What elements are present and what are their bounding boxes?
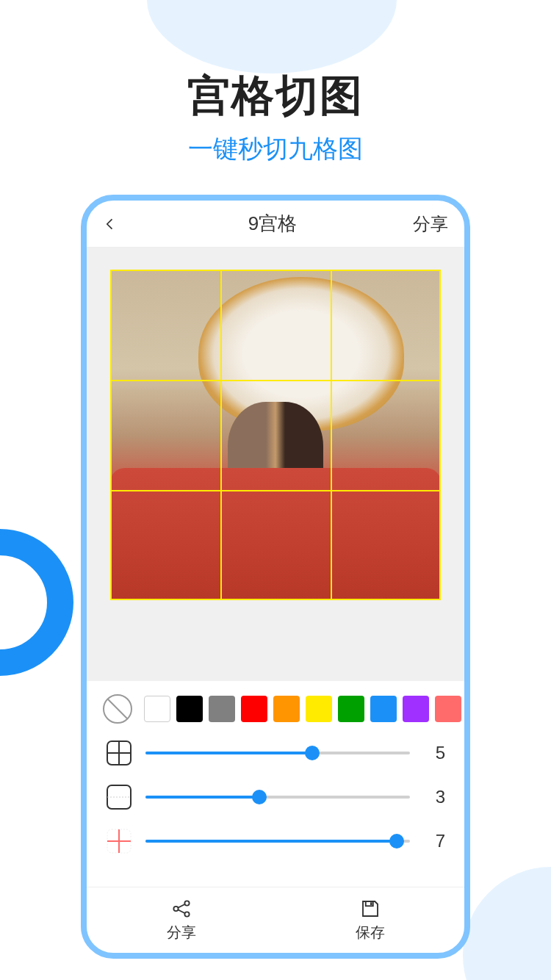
share-icon: [170, 898, 192, 920]
gap-slider[interactable]: [145, 840, 410, 843]
border-slider-row: 3: [87, 775, 464, 819]
color-swatch-black[interactable]: [176, 696, 203, 722]
grid-slider-row: 5: [87, 731, 464, 775]
save-button[interactable]: 保存: [276, 887, 464, 953]
color-swatch-orange[interactable]: [273, 696, 300, 722]
save-label: 保存: [356, 923, 385, 943]
color-swatch-green[interactable]: [338, 696, 364, 722]
gap-slider-row: 7: [87, 819, 464, 863]
color-swatch-purple[interactable]: [403, 696, 429, 722]
color-none-button[interactable]: [103, 694, 132, 724]
main-title: 宫格切图: [0, 68, 551, 125]
share-label: 分享: [167, 923, 196, 943]
phone-frame: 9宫格 分享: [81, 195, 470, 959]
border-slider-value: 3: [423, 787, 445, 807]
color-swatch-coral[interactable]: [435, 696, 461, 722]
preview-area: [87, 248, 464, 681]
preview-photo: [110, 270, 441, 600]
svg-line-11: [178, 904, 185, 908]
nav-share-button[interactable]: 分享: [413, 212, 448, 236]
svg-point-8: [173, 907, 178, 911]
color-swatch-yellow[interactable]: [306, 696, 332, 722]
color-swatch-white[interactable]: [144, 696, 170, 722]
chevron-left-icon: [103, 217, 118, 231]
nav-title: 9宫格: [248, 211, 297, 237]
grid-slider-value: 5: [423, 743, 445, 763]
title-section: 宫格切图 一键秒切九格图: [0, 0, 551, 166]
gap-slider-value: 7: [423, 831, 445, 851]
save-icon: [359, 898, 381, 920]
svg-point-9: [184, 901, 189, 905]
border-icon: [106, 784, 132, 810]
gap-icon: [106, 828, 132, 854]
grid-slider[interactable]: [145, 752, 410, 754]
border-slider[interactable]: [145, 796, 410, 799]
color-picker-row: [87, 681, 464, 731]
nav-bar: 9宫格 分享: [87, 201, 464, 248]
svg-line-12: [178, 909, 185, 913]
bg-decoration-right: [463, 867, 551, 980]
share-button[interactable]: 分享: [87, 887, 276, 953]
color-swatch-gray[interactable]: [209, 696, 235, 722]
bottom-toolbar: 分享 保存: [87, 887, 464, 953]
image-preview[interactable]: [110, 270, 441, 600]
sub-title: 一键秒切九格图: [0, 132, 551, 166]
grid-icon: [106, 740, 132, 766]
svg-point-10: [184, 912, 189, 916]
back-button[interactable]: [103, 210, 132, 237]
color-swatch-red[interactable]: [241, 696, 267, 722]
svg-rect-14: [370, 902, 372, 905]
bg-decoration-left: [0, 529, 73, 676]
color-swatch-blue[interactable]: [370, 696, 397, 722]
